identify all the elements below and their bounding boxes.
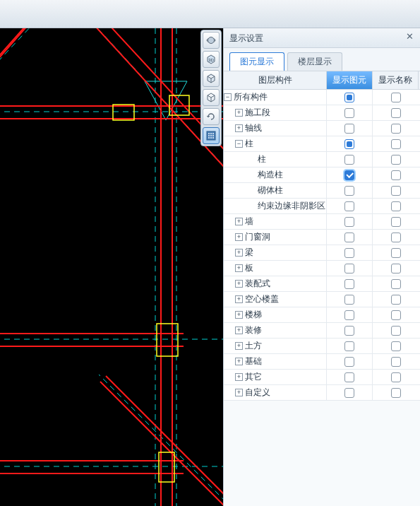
show-element-cell[interactable] xyxy=(327,385,373,400)
expand-icon[interactable]: + xyxy=(235,233,243,241)
collapse-icon[interactable]: − xyxy=(224,93,232,101)
show-element-cell[interactable] xyxy=(327,167,373,182)
tree-cell-name[interactable]: +自定义 xyxy=(224,385,327,400)
tree-row[interactable]: −所有构件 xyxy=(224,90,420,105)
show-element-cell[interactable] xyxy=(327,276,373,291)
expand-icon[interactable]: + xyxy=(235,342,243,350)
checkbox[interactable] xyxy=(344,139,354,149)
cube-solid-tool[interactable] xyxy=(203,70,220,87)
expand-icon[interactable]: + xyxy=(235,358,243,365)
layer-tree-grid[interactable]: 图层构件 显示图元 显示名称 −所有构件+施工段+轴线−柱柱构造柱砌体柱约束边缘… xyxy=(224,71,420,506)
tree-row[interactable]: +其它 xyxy=(224,370,420,385)
tree-cell-name[interactable]: +楼梯 xyxy=(224,307,327,322)
tree-row[interactable]: 柱 xyxy=(224,152,420,167)
checkbox[interactable] xyxy=(391,341,401,351)
expand-icon[interactable]: + xyxy=(235,249,243,257)
tree-row[interactable]: +自定义 xyxy=(224,385,420,401)
rotate-tool[interactable] xyxy=(203,108,220,125)
tree-row[interactable]: +板 xyxy=(224,261,420,276)
tree-row[interactable]: +土方 xyxy=(224,339,420,354)
tree-row[interactable]: +墙 xyxy=(224,214,420,230)
tree-row[interactable]: +施工段 xyxy=(224,105,420,121)
checkbox[interactable] xyxy=(344,124,354,134)
tree-cell-name[interactable]: +装配式 xyxy=(224,276,327,291)
checkbox[interactable] xyxy=(391,93,401,102)
show-name-cell[interactable] xyxy=(373,261,419,276)
checkbox[interactable] xyxy=(391,124,401,134)
show-name-cell[interactable] xyxy=(373,354,419,369)
tree-cell-name[interactable]: +墙 xyxy=(224,214,327,229)
tree-cell-name[interactable]: 柱 xyxy=(224,152,327,167)
expand-icon[interactable]: + xyxy=(235,326,243,334)
checkbox[interactable] xyxy=(344,93,354,102)
checkbox[interactable] xyxy=(391,201,401,211)
checkbox[interactable] xyxy=(344,155,354,165)
tree-row[interactable]: +空心楼盖 xyxy=(224,292,420,307)
show-element-cell[interactable] xyxy=(327,261,373,276)
tree-cell-name[interactable]: 构造柱 xyxy=(224,167,327,182)
cube-wire-tool[interactable] xyxy=(203,89,220,106)
show-name-cell[interactable] xyxy=(373,152,419,167)
show-element-cell[interactable] xyxy=(327,307,373,322)
show-name-cell[interactable] xyxy=(373,121,419,136)
checkbox[interactable] xyxy=(344,310,354,320)
checkbox[interactable] xyxy=(344,295,354,305)
checkbox[interactable] xyxy=(391,372,401,382)
show-element-cell[interactable] xyxy=(327,230,373,245)
show-name-cell[interactable] xyxy=(373,214,419,229)
show-element-cell[interactable] xyxy=(327,121,373,136)
tree-cell-name[interactable]: −所有构件 xyxy=(224,90,327,105)
tree-cell-name[interactable]: +梁 xyxy=(224,245,327,260)
checkbox[interactable] xyxy=(344,248,354,258)
cad-viewport[interactable] xyxy=(0,28,223,506)
checkbox[interactable] xyxy=(391,233,401,242)
col-show-element[interactable]: 显示图元 xyxy=(327,71,373,89)
checkbox[interactable] xyxy=(344,341,354,351)
show-name-cell[interactable] xyxy=(373,276,419,291)
show-name-cell[interactable] xyxy=(373,199,419,213)
show-name-cell[interactable] xyxy=(373,323,419,338)
show-element-cell[interactable] xyxy=(327,292,373,307)
show-name-cell[interactable] xyxy=(373,245,419,260)
checkbox[interactable] xyxy=(344,388,354,398)
tree-row[interactable]: +门窗洞 xyxy=(224,230,420,245)
show-element-cell[interactable] xyxy=(327,90,373,105)
checkbox[interactable] xyxy=(391,264,401,273)
tree-row[interactable]: +装配式 xyxy=(224,276,420,292)
tree-cell-name[interactable]: +基础 xyxy=(224,354,327,369)
tree-cell-name[interactable]: +空心楼盖 xyxy=(224,292,327,307)
display-settings-tool[interactable] xyxy=(203,127,220,144)
expand-icon[interactable]: + xyxy=(235,124,243,132)
show-name-cell[interactable] xyxy=(373,167,419,182)
collapse-icon[interactable]: − xyxy=(235,140,243,148)
col-show-label[interactable]: 显示名称 xyxy=(373,71,419,89)
checkbox[interactable] xyxy=(344,326,354,336)
tree-row[interactable]: −柱 xyxy=(224,136,420,152)
show-name-cell[interactable] xyxy=(373,105,419,120)
checkbox[interactable] xyxy=(344,217,354,227)
tree-row[interactable]: +装修 xyxy=(224,323,420,339)
show-element-cell[interactable] xyxy=(327,136,373,151)
checkbox[interactable] xyxy=(391,139,401,149)
show-element-cell[interactable] xyxy=(327,339,373,353)
tree-cell-name[interactable]: 约束边缘非阴影区 xyxy=(224,199,327,213)
show-element-cell[interactable] xyxy=(327,323,373,338)
show-element-cell[interactable] xyxy=(327,152,373,167)
show-name-cell[interactable] xyxy=(373,385,419,400)
checkbox[interactable] xyxy=(391,388,401,398)
tree-row[interactable]: +基础 xyxy=(224,354,420,370)
show-element-cell[interactable] xyxy=(327,245,373,260)
tree-row[interactable]: 约束边缘非阴影区 xyxy=(224,199,420,214)
show-name-cell[interactable] xyxy=(373,307,419,322)
tab-floor-display[interactable]: 楼层显示 xyxy=(287,52,342,71)
show-element-cell[interactable] xyxy=(327,354,373,369)
expand-icon[interactable]: + xyxy=(235,311,243,319)
show-element-cell[interactable] xyxy=(327,370,373,384)
expand-icon[interactable]: + xyxy=(235,218,243,225)
expand-icon[interactable]: + xyxy=(235,109,243,117)
expand-icon[interactable]: + xyxy=(235,389,243,396)
orbit-tool[interactable] xyxy=(203,32,220,49)
checkbox[interactable] xyxy=(391,248,401,258)
show-element-cell[interactable] xyxy=(327,199,373,213)
tree-cell-name[interactable]: +轴线 xyxy=(224,121,327,136)
